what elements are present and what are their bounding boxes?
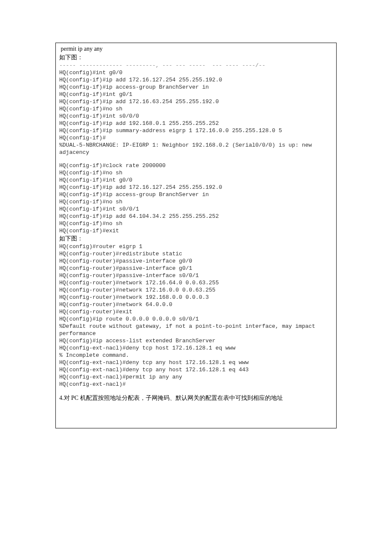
cfg-line: HQ(config-router)#network 192.168.0.0 0.… (56, 294, 336, 301)
cfg-line: HQ(config-if)#int s0/0/0 (56, 113, 336, 120)
cfg-line: %DUAL-5-NBRCHANGE: IP-EIGRP 1: Neighbor … (56, 142, 336, 149)
cfg-line: %Default route without gateway, if not a… (56, 323, 336, 330)
cfg-line: HQ(config-if)#no sh (56, 105, 336, 113)
cfg-line: performance (56, 330, 336, 337)
cfg-line: HQ(config-if)#ip summary-address eigrp 1… (56, 127, 336, 134)
cfg-line: HQ(config-ext-nacl)#deny tcp any host 17… (56, 366, 336, 373)
cfg-line: HQ(config-ext-nacl)#deny tcp any host 17… (56, 359, 336, 366)
caption-2: 如下图： (56, 234, 336, 243)
cfg-line: HQ(config-if)#no sh (56, 198, 336, 205)
blank-line (56, 156, 336, 162)
cfg-line: HQ(config-router)#redistribute static (56, 250, 336, 257)
cfg-line: HQ(config-if)#ip add 172.16.127.254 255.… (56, 76, 336, 84)
cfg-line: HQ(config-router)#network 172.16.64.0 0.… (56, 279, 336, 286)
cfg-line: HQ(config-ext-nacl)#deny tcp host 172.16… (56, 344, 336, 352)
cfg-line: HQ(config-router)#passive-interface s0/0… (56, 272, 336, 279)
cfg-line: HQ(config-if)#ip add 192.168.0.1 255.255… (56, 120, 336, 127)
cfg-line: HQ(config-router)#passive-interface g0/0 (56, 257, 336, 265)
cfg-line: HQ(config)#int g0/0 (56, 69, 336, 76)
cfg-line: HQ(config-if)#int s0/0/1 (56, 205, 336, 213)
cfg-line: HQ(config-if)#ip add 172.16.127.254 255.… (56, 184, 336, 191)
cfg-line: HQ(config-if)#clock rate 2000000 (56, 162, 336, 169)
cfg-line: HQ(config)#ip route 0.0.0.0 0.0.0.0 s0/0… (56, 315, 336, 323)
cfg-line: HQ(config-router)#network 64.0.0.0 (56, 301, 336, 308)
caption-1: 如下图： (56, 53, 336, 62)
cfg-line: HQ(config-ext-nacl)# (56, 381, 336, 388)
cfg-line: HQ(config-router)#exit (56, 308, 336, 315)
cfg-line: HQ(config)#ip access-list extended Branc… (56, 337, 336, 344)
permit-line: permit ip any any (56, 45, 336, 53)
content-box: permit ip any any 如下图： ----- -----------… (55, 43, 337, 428)
cfg-line: HQ(config-if)#no sh (56, 169, 336, 176)
document-page: permit ip any any 如下图： ----- -----------… (0, 0, 392, 462)
cfg-line: HQ(config-if)#ip add 172.16.63.254 255.2… (56, 98, 336, 105)
cfg-line: HQ(config-router)#passive-interface g0/1 (56, 265, 336, 272)
cfg-line: HQ(config-ext-nacl)#permit ip any any (56, 373, 336, 381)
cfg-line: HQ(config-if)#no sh (56, 220, 336, 227)
cfg-line: HQ(config-if)#int g0/1 (56, 91, 336, 98)
cfg-line: % Incomplete command. (56, 352, 336, 359)
footer-line: 4.对 PC 机配置按照地址分配表，子网掩码、默认网关的配置在表中可找到相应的地… (56, 394, 336, 402)
cfg-line: HQ(config-if)#exit (56, 227, 336, 234)
cfg-line: HQ(config-if)# (56, 134, 336, 142)
blank-line (56, 388, 336, 394)
cfg-line: HQ(config-if)#ip add 64.104.34.2 255.255… (56, 213, 336, 220)
cfg-line: HQ(config)#router eigrp 1 (56, 243, 336, 250)
cfg-line: HQ(config-if)#ip access-group BranchServ… (56, 84, 336, 91)
cfg-line: HQ(config-if)#int g0/0 (56, 176, 336, 184)
cfg-line: adjacency (56, 149, 336, 156)
faded-line: ----- ------------- ---------, --- --- -… (56, 62, 336, 69)
cfg-line: HQ(config-if)#ip access-group BranchServ… (56, 191, 336, 198)
cfg-line: HQ(config-router)#network 172.16.0.0 0.0… (56, 286, 336, 294)
